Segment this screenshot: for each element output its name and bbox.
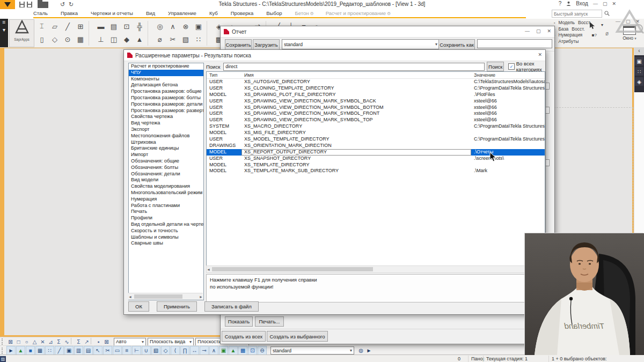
selection-extra-icon[interactable]: ◍ <box>357 346 365 354</box>
column-value[interactable]: Значение <box>471 72 545 78</box>
table-row[interactable]: USER XS_DRAWING_VIEW_DIRECTION_MARK_SYMB… <box>207 105 545 111</box>
selection-switch-icon[interactable]: ∪ <box>142 346 151 355</box>
scroll-right-icon[interactable]: ► <box>199 295 203 299</box>
search-button[interactable]: Поиск <box>487 62 504 71</box>
row-name[interactable]: XS_REPORT_OUTPUT_DIRECTORY <box>241 149 471 156</box>
ribbon-tool-icon[interactable]: ⊙ <box>61 33 74 46</box>
snap-icon[interactable]: ⊠ <box>103 338 111 346</box>
category-item[interactable]: Местоположения файлов <box>129 133 203 139</box>
row-name[interactable]: XS_DRAWING_VIEW_DIRECTION_MARK_SYMBOL_BO… <box>241 105 471 111</box>
collapse-pane-icon[interactable]: ‹ <box>634 47 644 55</box>
row-name[interactable]: XS_DRAWING_VIEW_DIRECTION_MARK_SYMBOL_TO… <box>241 117 471 123</box>
report-print-button[interactable]: Печать... <box>255 316 284 327</box>
save-icon[interactable] <box>19 2 25 8</box>
ribbon-tool-icon[interactable]: ⌀ <box>153 33 166 46</box>
save-as-icon[interactable] <box>27 2 32 8</box>
snap-icon[interactable]: ↗ <box>83 338 91 346</box>
category-item[interactable]: Свойства чертежа <box>129 114 203 120</box>
apply-button[interactable]: Применить <box>157 301 197 312</box>
category-item[interactable]: Простановка размеров: развертывание <box>129 108 203 114</box>
category-item[interactable]: Многопользовательский режим <box>129 190 203 196</box>
row-value[interactable]: xsteel@66 <box>471 105 545 111</box>
column-type[interactable]: Тип <box>207 72 241 78</box>
write-to-file-button[interactable]: Записать в файл <box>204 301 259 312</box>
category-item[interactable]: Работа с пластинами <box>129 203 203 209</box>
ribbon-tool-icon[interactable] <box>89 21 93 46</box>
category-item[interactable]: Обозначения: детали <box>129 171 203 178</box>
table-row[interactable]: USER XS_AUTOSAVE_DIRECTORY C:\TeklaStruc… <box>207 79 545 85</box>
selection-switch-icon[interactable]: ⟨ <box>171 346 180 355</box>
row-name[interactable]: XS_DRAWING_VIEW_DIRECTION_MARK_SYMBOL_BA… <box>241 98 471 105</box>
row-name[interactable]: XS_MACRO_DIRECTORY <box>241 123 471 130</box>
report-maximize-icon[interactable]: ▢ <box>536 28 541 34</box>
report-create-all-button[interactable]: Создать из всех <box>222 331 266 342</box>
category-item[interactable]: Вид чертежа <box>129 120 203 127</box>
category-item[interactable]: Сварные швы <box>129 240 203 247</box>
search-icon[interactable] <box>604 11 610 16</box>
ribbon-tool-icon[interactable]: ⊗ <box>179 20 192 33</box>
row-value[interactable]: .\PlotFiles <box>471 92 545 98</box>
table-row[interactable]: MODEL XS_MIS_FILE_DIRECTORY <box>207 130 545 136</box>
ribbon-tool-icon[interactable]: ⊥ <box>94 33 107 46</box>
scrollbar-thumb[interactable] <box>212 267 373 271</box>
selection-switch-icon[interactable]: ▲ <box>16 346 25 355</box>
selection-switch-icon[interactable]: ≡ <box>122 346 131 355</box>
hamburger-menu-icon[interactable]: ≡ <box>0 19 8 26</box>
report-create-selected-button[interactable]: Создать из выбранного <box>267 331 328 342</box>
category-item[interactable]: Обозначения: болты <box>129 165 203 171</box>
selection-switch-icon[interactable]: ∷ <box>45 346 54 355</box>
inquire-icon[interactable]: ■? <box>592 33 597 38</box>
table-row[interactable]: MODEL XS_TEMPLATE_DIRECTORY <box>207 162 545 168</box>
category-item[interactable]: Простановка размеров: общие <box>129 88 203 95</box>
selection-switch-icon[interactable]: ╱ <box>55 346 64 355</box>
ribbon-tool-icon[interactable]: ▣ <box>192 20 205 33</box>
table-row[interactable]: USER XS_DRAWING_VIEW_DIRECTION_MARK_SYMB… <box>207 110 545 117</box>
snap-plane-combo[interactable]: Плоскость вида▾ <box>148 338 194 346</box>
table-row[interactable]: USER XS_CLONING_TEMPLATE_DIRECTORY C:\Pr… <box>207 85 545 92</box>
row-name[interactable]: XS_ORIENTATION_MARK_DIRECTION <box>241 143 471 149</box>
report-save-as-input[interactable] <box>477 39 552 48</box>
side-pane-icon[interactable]: ▣ <box>635 57 643 65</box>
table-row[interactable]: MODEL XS_DRAWING_PLOT_FILE_DIRECTORY .\P… <box>207 92 545 98</box>
ribbon-tool-icon[interactable]: ╬ <box>133 20 146 33</box>
snap-icon[interactable] <box>71 338 75 344</box>
row-name[interactable]: XS_TEMPLATE_DIRECTORY <box>241 162 471 168</box>
report-preset-combo[interactable]: standard ▾ <box>282 39 440 49</box>
row-name[interactable]: XS_SNAPSHOT_DIRECTORY <box>241 156 471 162</box>
column-name[interactable]: Имя <box>241 72 471 78</box>
category-item[interactable]: Компоненты <box>129 76 203 83</box>
ribbon-tool-icon[interactable]: ⊞ <box>74 20 87 33</box>
category-item[interactable]: Штриховка <box>129 139 203 146</box>
category-item[interactable]: Вид отдельной детали на чертеже сбор <box>129 221 203 228</box>
login-link[interactable]: Вход <box>576 1 588 6</box>
category-item[interactable]: Простановка размеров: болты <box>129 95 203 101</box>
snap-icon[interactable]: ⊠ <box>6 338 14 346</box>
selection-switch-icon[interactable]: ◇ <box>161 346 170 355</box>
selection-switch-icon[interactable]: ▩ <box>238 346 247 355</box>
category-item[interactable]: Свойства моделирования <box>129 183 203 190</box>
selection-switch-icon[interactable]: ► <box>6 346 16 355</box>
row-value[interactable]: .\screenshots\ <box>471 156 545 162</box>
selection-extra-icon[interactable]: ► <box>365 346 373 354</box>
row-value[interactable]: xsteel@66 <box>471 117 545 123</box>
ribbon-tool-icon[interactable]: ▯ <box>35 33 48 46</box>
scroll-left-icon[interactable]: ◄ <box>128 295 132 299</box>
search-input[interactable] <box>223 63 485 71</box>
selection-switch-icon[interactable]: ↔ <box>190 346 199 355</box>
snap-icon[interactable]: □ <box>14 338 23 346</box>
row-value[interactable] <box>471 143 545 149</box>
quick-launch-box[interactable] <box>552 10 602 18</box>
ribbon-tab[interactable]: Управление <box>168 9 197 18</box>
selection-switch-icon[interactable]: ▲ <box>229 346 238 355</box>
category-item[interactable]: Обозначения: общие <box>129 158 203 165</box>
category-item[interactable]: Печать <box>129 209 203 215</box>
snap-icon[interactable]: ✕ <box>39 338 47 346</box>
selection-switch-icon[interactable]: ∏ <box>180 346 189 355</box>
ribbon-tool-icon[interactable]: ∷ <box>192 33 205 46</box>
status-icon[interactable]: ▨ <box>0 356 6 362</box>
category-item[interactable]: Импорт <box>129 152 203 158</box>
strip-expand-icon[interactable]: ▾ <box>0 26 8 34</box>
selection-switch-icon[interactable]: ▣ <box>219 346 228 355</box>
ribbon-tab[interactable]: Чертежи и отчеты <box>91 9 134 18</box>
snap-icon[interactable]: Σ <box>75 338 83 346</box>
